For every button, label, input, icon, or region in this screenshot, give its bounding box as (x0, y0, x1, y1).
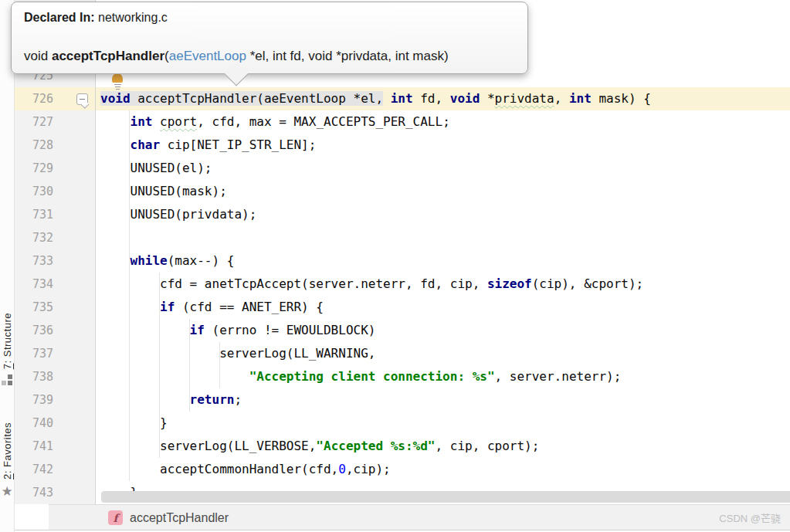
tooltip-declared-in: Declared In: networking.c (24, 11, 515, 25)
line-number: 740 (15, 412, 95, 435)
code-lines[interactable]: void acceptTcpHandler(aeEventLoop *el, i… (96, 64, 790, 504)
line-number: 734 (15, 273, 95, 296)
code-line-736[interactable]: if (errno != EWOULDBLOCK) (96, 319, 790, 342)
code-line-737[interactable]: serverLog(LL_WARNING, (96, 342, 790, 365)
ide-window: void acceptTcpHandler(aeEventLoop *el, i… (0, 0, 790, 532)
code-line-728[interactable]: char cip[NET_IP_STR_LEN]; (96, 134, 790, 157)
code-line-727[interactable]: int cport, cfd, max = MAX_ACCEPTS_PER_CA… (96, 110, 790, 134)
editor-code-area[interactable]: void acceptTcpHandler(aeEventLoop *el, i… (96, 0, 790, 504)
code-line-739[interactable]: return; (96, 388, 790, 412)
line-number: 728 (15, 134, 95, 157)
line-number: 735 (15, 296, 95, 319)
favorites-label: 2: Favorites (2, 422, 13, 479)
line-number: 743 (15, 481, 95, 504)
code-line-735[interactable]: if (cfd == ANET_ERR) { (96, 296, 790, 319)
line-numbers: 7257267277287297307317327337347357367377… (15, 64, 95, 504)
code-line-742[interactable]: acceptCommonHandler(cfd,0,cip); (96, 458, 790, 481)
breadcrumb-function[interactable]: acceptTcpHandler (130, 511, 229, 525)
code-line-731[interactable]: UNUSED(privdata); (96, 203, 790, 226)
tooltip-signature: void acceptTcpHandler(aeEventLoop *el, i… (24, 49, 515, 64)
intention-bulb-icon[interactable] (111, 73, 124, 90)
star-icon: ★ (1, 485, 12, 498)
watermark-text: CSDN @芒骁 (719, 505, 781, 530)
code-line-730[interactable]: UNUSED(mask); (96, 180, 790, 203)
tool-window-stripe: 7: Structure 2: Favorites ★ (0, 0, 15, 532)
line-number: 737 (15, 342, 95, 365)
line-number: 741 (15, 435, 95, 458)
code-line-729[interactable]: UNUSED(el); (96, 157, 790, 180)
bottom-divider (0, 530, 790, 530)
horizontal-scrollbar[interactable] (101, 491, 790, 503)
sidebar-item-favorites[interactable]: 2: Favorites ★ (0, 422, 14, 498)
line-number: 727 (15, 110, 95, 134)
code-line-741[interactable]: serverLog(LL_VERBOSE,"Accepted %s:%d", c… (96, 435, 790, 458)
breadcrumbs-bar: f acceptTcpHandler CSDN @芒骁 (49, 504, 790, 530)
line-number: 733 (15, 249, 95, 273)
code-line-740[interactable]: } (96, 412, 790, 435)
line-number: 732 (15, 226, 95, 249)
line-number: 730 (15, 180, 95, 203)
line-number: 739 (15, 388, 95, 412)
tooltip-type-link[interactable]: aeEventLoop (169, 49, 246, 63)
editor-gutter[interactable]: 7257267277287297307317327337347357367377… (15, 0, 96, 504)
structure-label: 7: Structure (2, 313, 13, 369)
sidebar-item-structure[interactable]: 7: Structure (0, 313, 14, 385)
code-line-738[interactable]: "Accepting client connection: %s", serve… (96, 365, 790, 388)
line-number: 731 (15, 203, 95, 226)
code-line-732[interactable] (96, 226, 790, 249)
line-number: 736 (15, 319, 95, 342)
code-line-734[interactable]: cfd = anetTcpAccept(server.neterr, fd, c… (96, 273, 790, 296)
line-number: 738 (15, 365, 95, 388)
line-number: 742 (15, 458, 95, 481)
line-number: 729 (15, 157, 95, 180)
code-line-733[interactable]: while(max--) { (96, 249, 790, 273)
code-line-726[interactable]: void acceptTcpHandler(aeEventLoop *el, i… (96, 87, 790, 110)
function-badge-icon: f (108, 510, 123, 525)
declaration-tooltip: Declared In: networking.c void acceptTcp… (11, 2, 528, 74)
structure-blocks-icon (2, 374, 12, 385)
